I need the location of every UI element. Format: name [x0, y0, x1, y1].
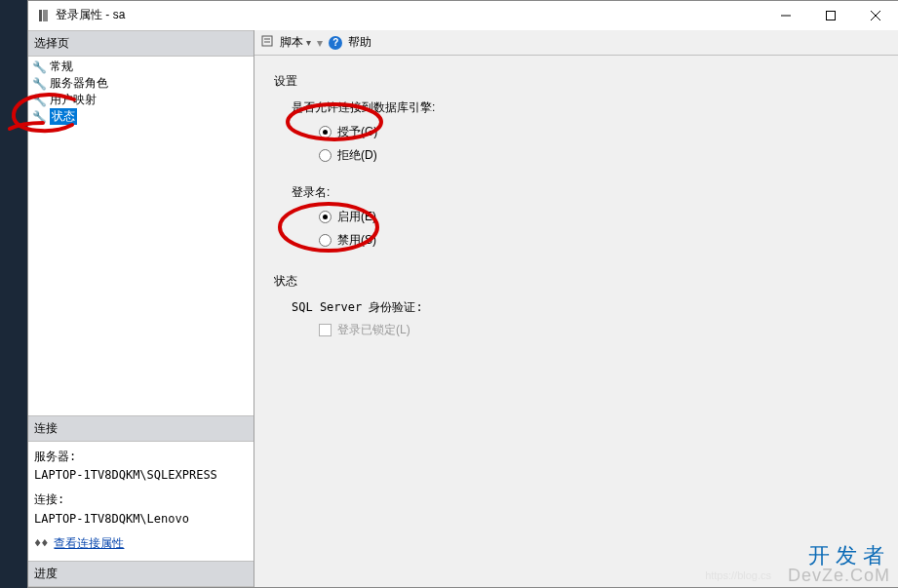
connection-props-icon: ♦♦ — [34, 534, 48, 553]
radio-icon — [319, 234, 332, 247]
page-list: 🔧 常规 🔧 服务器角色 🔧 用户映射 🔧 状态 — [28, 57, 254, 127]
app-icon — [36, 9, 50, 22]
view-connection-props-link[interactable]: 查看连接属性 — [54, 534, 124, 553]
connection-value: LAPTOP-1TV8DQKM\Lenovo — [34, 510, 248, 529]
radio-enabled[interactable]: 启用(E) — [319, 207, 878, 226]
svg-rect-3 — [827, 11, 836, 20]
content-panel: 脚本 ▾ ▾ ? 帮助 设置 是否允许连接到数据库引擎: 授予(G) 拒绝(D) — [254, 30, 898, 587]
maximize-button[interactable] — [808, 1, 853, 29]
content-toolbar: 脚本 ▾ ▾ ? 帮助 — [254, 30, 898, 56]
sql-auth-label: SQL Server 身份验证: — [292, 299, 878, 316]
wrench-icon: 🔧 — [32, 110, 46, 124]
radio-deny-label: 拒绝(D) — [337, 147, 377, 164]
wrench-icon: 🔧 — [32, 60, 46, 74]
login-locked-label: 登录已锁定(L) — [337, 322, 410, 338]
login-group-label: 登录名: — [292, 184, 878, 201]
status-heading: 状态 — [274, 273, 878, 290]
radio-disabled-label: 禁用(S) — [337, 232, 376, 249]
settings-heading: 设置 — [274, 73, 878, 90]
svg-rect-6 — [262, 36, 272, 46]
window-title: 登录属性 - sa — [56, 7, 125, 23]
page-item-status[interactable]: 🔧 状态 — [30, 108, 254, 125]
server-value: LAPTOP-1TV8DQKM\SQLEXPRESS — [34, 466, 248, 485]
titlebar[interactable]: 登录属性 - sa — [28, 1, 898, 30]
radio-icon — [319, 149, 332, 162]
help-icon: ? — [329, 36, 342, 50]
status-page-content: 设置 是否允许连接到数据库引擎: 授予(G) 拒绝(D) 登录名: 启用(E) — [254, 56, 898, 587]
progress-header: 进度 — [28, 561, 254, 587]
login-locked-checkbox: 登录已锁定(L) — [319, 322, 878, 338]
connection-label: 连接: — [34, 490, 248, 509]
toolbar-separator: ▾ — [317, 36, 323, 50]
page-item-user-mapping[interactable]: 🔧 用户映射 — [30, 92, 254, 108]
connection-info: 服务器: LAPTOP-1TV8DQKM\SQLEXPRESS 连接: LAPT… — [28, 442, 254, 561]
minimize-button[interactable] — [763, 1, 808, 29]
checkbox-icon — [319, 324, 332, 336]
radio-deny[interactable]: 拒绝(D) — [319, 145, 878, 165]
page-item-server-roles[interactable]: 🔧 服务器角色 — [30, 75, 254, 92]
radio-grant[interactable]: 授予(G) — [319, 122, 878, 141]
radio-enabled-label: 启用(E) — [337, 209, 376, 225]
faint-url-watermark: https://blog.cs — [705, 569, 771, 581]
server-label: 服务器: — [34, 448, 248, 466]
permission-group-label: 是否允许连接到数据库引擎: — [292, 99, 878, 116]
radio-icon — [319, 211, 332, 223]
help-button[interactable]: 帮助 — [348, 34, 371, 51]
wrench-icon: 🔧 — [32, 77, 46, 91]
dialog-window: 登录属性 - sa 选择页 🔧 常规 — [27, 0, 898, 588]
script-dropdown[interactable]: 脚本 ▾ — [280, 34, 311, 51]
svg-rect-0 — [39, 10, 42, 21]
radio-grant-label: 授予(G) — [337, 124, 377, 140]
script-icon — [260, 34, 274, 51]
left-panel: 选择页 🔧 常规 🔧 服务器角色 🔧 用户映射 🔧 — [28, 30, 254, 587]
svg-rect-1 — [43, 10, 48, 21]
close-button[interactable] — [853, 1, 898, 29]
radio-disabled[interactable]: 禁用(S) — [319, 230, 878, 250]
page-item-general[interactable]: 🔧 常规 — [30, 59, 254, 75]
wrench-icon: 🔧 — [32, 94, 46, 107]
connection-header: 连接 — [28, 415, 254, 442]
select-page-header: 选择页 — [28, 30, 254, 57]
radio-icon — [319, 126, 332, 138]
